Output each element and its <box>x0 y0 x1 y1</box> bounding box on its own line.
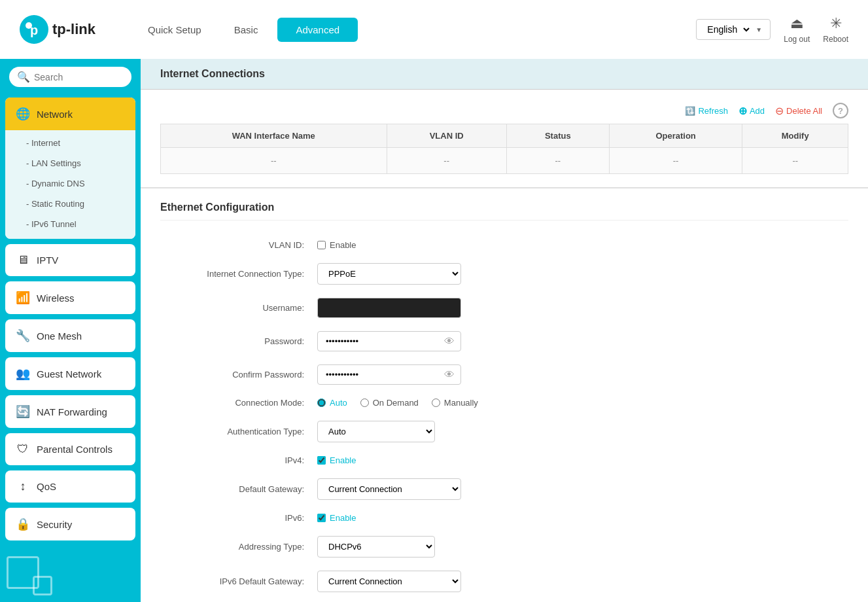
ipv4-enable-label[interactable]: Enable <box>317 455 356 465</box>
password-wrapper: 👁 <box>317 331 461 351</box>
addressing-type-select[interactable]: DHCPv6 SLAAC Static <box>317 536 435 558</box>
search-input[interactable] <box>34 72 124 82</box>
sidebar: 🔍 🌐 Network - Internet - LAN Settings - … <box>0 59 141 602</box>
nav-advanced[interactable]: Advanced <box>277 18 358 42</box>
ipv6-label: IPv6: <box>160 513 304 523</box>
iptv-icon: 🖥 <box>16 253 30 267</box>
connection-type-select[interactable]: PPPoE Dynamic IP Static IP L2TP PPTP <box>317 263 461 285</box>
confirm-password-input[interactable] <box>317 364 461 385</box>
network-icon: 🌐 <box>16 107 30 121</box>
username-input[interactable] <box>317 298 461 318</box>
confirm-password-label: Confirm Password: <box>160 370 304 380</box>
sidebar-sub-ddns[interactable]: - Dynamic DNS <box>5 173 135 194</box>
ipv6-enable-label[interactable]: Enable <box>317 513 356 523</box>
ipv4-enable-checkbox[interactable] <box>317 456 326 465</box>
reboot-button[interactable]: ✳ Reboot <box>823 15 848 44</box>
sidebar-item-network[interactable]: 🌐 Network <box>5 97 135 130</box>
sidebar-item-nat-forwarding[interactable]: 🔄 NAT Forwarding <box>5 395 135 428</box>
confirm-password-toggle-icon[interactable]: 👁 <box>444 369 455 381</box>
help-button[interactable]: ? <box>833 103 848 118</box>
mode-manually-label[interactable]: Manually <box>432 398 478 408</box>
sidebar-sub-internet[interactable]: - Internet <box>5 133 135 153</box>
cell-wan-name: -- <box>161 148 387 174</box>
cell-vlan-id: -- <box>387 148 506 174</box>
search-box[interactable]: 🔍 <box>9 67 131 87</box>
sidebar-sub-ipv6-tunnel[interactable]: - IPv6 Tunnel <box>5 214 135 234</box>
delete-all-button[interactable]: ⊖ Delete All <box>775 105 822 117</box>
vlan-enable-checkbox[interactable] <box>317 241 326 249</box>
sidebar-sub-static-routing[interactable]: - Static Routing <box>5 194 135 214</box>
mode-ondemand-radio[interactable] <box>360 398 369 407</box>
connection-type-row: Internet Connection Type: PPPoE Dynamic … <box>160 257 848 291</box>
default-gateway-row: Default Gateway: Current Connection <box>160 472 848 506</box>
ethernet-config-title: Ethernet Configuration <box>160 202 848 221</box>
page-title: Internet Connections <box>141 59 868 90</box>
internet-connections-section: 🔃 Refresh ⊕ Add ⊖ Delete All ? <box>141 90 868 187</box>
username-label: Username: <box>160 303 304 313</box>
cell-modify: -- <box>742 148 848 174</box>
sidebar-item-guest-network[interactable]: 👥 Guest Network <box>5 357 135 390</box>
col-modify: Modify <box>742 124 848 148</box>
connection-type-label: Internet Connection Type: <box>160 269 304 279</box>
content-area: Internet Connections 🔃 Refresh ⊕ Add ⊖ D… <box>141 59 868 602</box>
advanced-row[interactable]: ▾ Advanced <box>160 599 848 602</box>
decorative-squares <box>0 550 141 602</box>
auth-type-label: Authentication Type: <box>160 427 304 436</box>
nav-basic[interactable]: Basic <box>221 19 271 41</box>
internet-connections-table: WAN Interface Name VLAN ID Status Operat… <box>160 124 848 174</box>
auth-type-select[interactable]: Auto PAP CHAP <box>317 421 435 442</box>
sidebar-item-wireless[interactable]: 📶 Wireless <box>5 281 135 314</box>
connection-type-control: PPPoE Dynamic IP Static IP L2TP PPTP <box>317 263 848 285</box>
default-gateway-select[interactable]: Current Connection <box>317 478 461 500</box>
ipv6-gateway-select[interactable]: Current Connection <box>317 571 461 592</box>
default-gateway-control: Current Connection <box>317 478 848 500</box>
qos-icon: ↕ <box>16 480 30 493</box>
logo: p tp-link <box>20 15 95 44</box>
sidebar-item-parental-controls[interactable]: 🛡 Parental Controls <box>5 433 135 465</box>
ipv6-enable-checkbox[interactable] <box>317 514 326 522</box>
cell-status: -- <box>506 148 609 174</box>
confirm-password-wrapper: 👁 <box>317 364 461 385</box>
ipv6-row: IPv6: Enable <box>160 506 848 529</box>
parental-icon: 🛡 <box>16 442 30 456</box>
refresh-button[interactable]: 🔃 Refresh <box>685 106 728 116</box>
refresh-icon: 🔃 <box>685 106 695 116</box>
language-dropdown[interactable]: English Chinese French <box>704 24 752 35</box>
nav-quick-setup[interactable]: Quick Setup <box>135 19 215 41</box>
vlan-id-label: VLAN ID: <box>160 240 304 250</box>
mode-auto-label[interactable]: Auto <box>317 398 347 408</box>
mode-ondemand-label[interactable]: On Demand <box>360 398 419 408</box>
content-inner: Internet Connections 🔃 Refresh ⊕ Add ⊖ D… <box>141 59 868 602</box>
sidebar-item-onemesh[interactable]: 🔧 One Mesh <box>5 319 135 352</box>
main-layout: 🔍 🌐 Network - Internet - LAN Settings - … <box>0 59 868 602</box>
sidebar-sub-lan[interactable]: - LAN Settings <box>5 153 135 173</box>
username-control <box>317 298 848 318</box>
password-input[interactable] <box>317 331 461 351</box>
sidebar-section-network: 🌐 Network - Internet - LAN Settings - Dy… <box>5 97 135 239</box>
auth-type-row: Authentication Type: Auto PAP CHAP <box>160 414 848 449</box>
password-toggle-icon[interactable]: 👁 <box>444 336 455 347</box>
sidebar-item-security[interactable]: 🔒 Security <box>5 508 135 540</box>
mode-auto-radio[interactable] <box>317 398 326 407</box>
connection-mode-row: Connection Mode: Auto On Demand <box>160 391 848 414</box>
logo-text: tp-link <box>52 21 95 38</box>
password-label: Password: <box>160 336 304 346</box>
logout-button[interactable]: ⏏ Log out <box>784 15 810 44</box>
addressing-type-label: Addressing Type: <box>160 542 304 552</box>
onemesh-icon: 🔧 <box>16 328 30 343</box>
sidebar-item-qos[interactable]: ↕ QoS <box>5 470 135 503</box>
default-gateway-label: Default Gateway: <box>160 484 304 494</box>
delete-icon: ⊖ <box>775 105 784 117</box>
mode-manually-radio[interactable] <box>432 398 440 407</box>
vlan-enable-checkbox-label[interactable]: Enable <box>317 240 356 250</box>
ipv6-gateway-control: Current Connection <box>317 571 848 592</box>
add-button[interactable]: ⊕ Add <box>738 105 765 117</box>
ipv4-row: IPv4: Enable <box>160 449 848 472</box>
tp-link-logo-icon: p <box>20 15 48 44</box>
vlan-id-row: VLAN ID: Enable <box>160 234 848 257</box>
addressing-type-control: DHCPv6 SLAAC Static <box>317 536 848 558</box>
sidebar-item-iptv[interactable]: 🖥 IPTV <box>5 244 135 276</box>
connection-mode-radio-group: Auto On Demand Manually <box>317 398 478 408</box>
language-selector[interactable]: English Chinese French ▼ <box>696 19 771 40</box>
ipv6-gateway-row: IPv6 Default Gateway: Current Connection <box>160 564 848 599</box>
